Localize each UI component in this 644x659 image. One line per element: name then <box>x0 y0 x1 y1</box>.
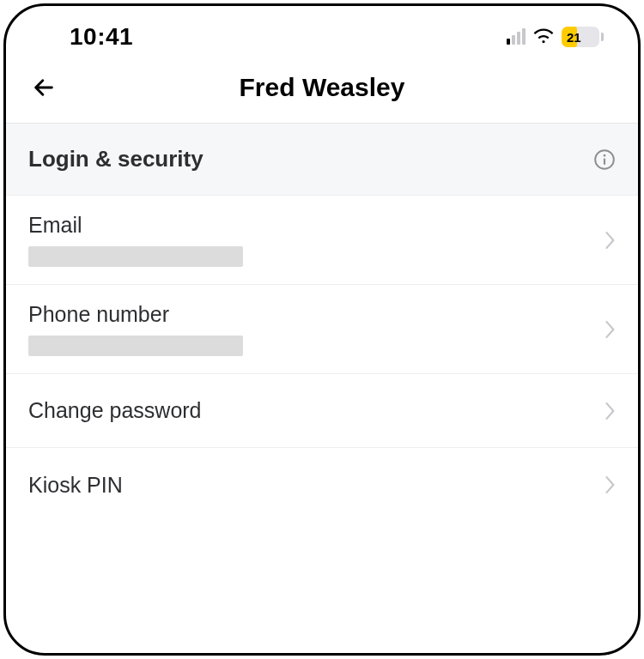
info-icon <box>593 148 616 171</box>
item-label: Kiosk PIN <box>28 473 123 498</box>
page-title: Fred Weasley <box>28 73 616 102</box>
chevron-right-icon <box>605 476 616 493</box>
wifi-icon <box>532 27 555 47</box>
chevron-right-icon <box>605 321 616 338</box>
status-time: 10:41 <box>40 23 133 51</box>
back-button[interactable] <box>28 72 59 103</box>
section-header: Login & security <box>6 124 638 196</box>
svg-point-1 <box>604 154 606 156</box>
list-item-email[interactable]: Email <box>6 196 638 285</box>
item-label: Change password <box>28 398 202 423</box>
battery-percent: 21 <box>562 30 581 45</box>
list-item-change-password[interactable]: Change password <box>6 374 638 448</box>
item-label: Email <box>28 213 243 238</box>
chevron-right-icon <box>605 402 616 420</box>
battery-indicator: 21 <box>562 27 604 47</box>
list-item-phone-number[interactable]: Phone number <box>6 285 638 374</box>
status-indicators: 21 <box>507 27 604 47</box>
arrow-left-icon <box>32 76 56 100</box>
section-title: Login & security <box>28 146 204 172</box>
list-item-kiosk-pin[interactable]: Kiosk PIN <box>6 448 638 522</box>
item-label: Phone number <box>28 302 243 327</box>
redacted-value <box>28 246 243 267</box>
svg-rect-2 <box>604 158 605 165</box>
status-bar: 10:41 21 <box>6 6 638 61</box>
navigation-header: Fred Weasley <box>6 61 638 124</box>
device-frame: 10:41 21 <box>3 3 641 656</box>
info-button[interactable] <box>593 148 616 171</box>
cellular-signal-icon <box>507 29 526 45</box>
redacted-value <box>28 336 243 356</box>
chevron-right-icon <box>605 232 616 249</box>
